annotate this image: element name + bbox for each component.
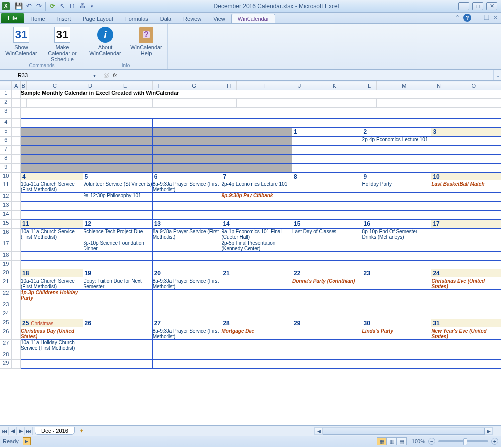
calendar-cell[interactable]: 29 xyxy=(292,319,362,328)
cell[interactable] xyxy=(20,99,26,108)
calendar-cell[interactable]: 16 xyxy=(362,220,431,229)
calendar-cell[interactable] xyxy=(362,261,431,269)
cell[interactable] xyxy=(12,99,21,108)
row-header[interactable]: 24 xyxy=(0,310,12,319)
refresh-icon[interactable]: ⟳ xyxy=(48,2,57,11)
cell[interactable] xyxy=(12,278,21,290)
calendar-cell[interactable] xyxy=(362,164,431,173)
calendar-cell[interactable] xyxy=(431,360,501,369)
name-box[interactable]: ▾ xyxy=(0,70,99,80)
minimize-button[interactable]: — xyxy=(458,2,469,10)
calendar-cell[interactable] xyxy=(221,146,292,155)
about-wincalendar-button[interactable]: i About WinCalendar xyxy=(88,27,123,56)
calendar-cell[interactable]: 18 xyxy=(20,269,83,278)
calendar-cell[interactable] xyxy=(431,164,501,173)
calendar-cell[interactable]: Last Day of Classes xyxy=(292,229,362,240)
sheet-tab-active[interactable]: Dec - 2016 xyxy=(35,427,75,435)
calendar-cell[interactable] xyxy=(83,137,152,146)
row-header[interactable]: 22 xyxy=(0,290,12,301)
calendar-cell[interactable] xyxy=(83,301,152,310)
calendar-cell[interactable]: 23 xyxy=(362,269,431,278)
calendar-cell[interactable] xyxy=(20,202,83,211)
tab-view[interactable]: View xyxy=(207,14,231,23)
row-header[interactable]: 28 xyxy=(0,351,12,360)
zoom-level[interactable]: 100% xyxy=(412,438,425,444)
calendar-cell[interactable]: 2p-4p Economics Lecture 101 xyxy=(362,137,431,146)
row-header[interactable]: 17 xyxy=(0,240,12,252)
cell[interactable] xyxy=(12,181,21,193)
calendar-cell[interactable]: 12 xyxy=(83,220,152,229)
calendar-cell[interactable] xyxy=(362,310,431,319)
calendar-cell[interactable] xyxy=(431,310,501,319)
close-button[interactable]: ✕ xyxy=(486,2,497,10)
calendar-cell[interactable]: Donna's Party (Corinthian) xyxy=(292,278,362,290)
calendar-cell[interactable] xyxy=(83,252,152,261)
column-header[interactable]: M xyxy=(377,81,431,90)
calendar-cell[interactable] xyxy=(83,128,152,137)
cell[interactable] xyxy=(12,119,21,128)
column-header[interactable]: E xyxy=(98,81,152,90)
name-box-dropdown-icon[interactable]: ▾ xyxy=(93,73,96,78)
calendar-cell[interactable] xyxy=(20,164,83,173)
calendar-cell[interactable] xyxy=(152,146,221,155)
cell[interactable] xyxy=(12,202,21,211)
calendar-cell[interactable] xyxy=(431,301,501,310)
workbook-close-icon[interactable]: ✕ xyxy=(493,14,498,22)
calendar-cell[interactable] xyxy=(20,310,83,319)
calendar-cell[interactable] xyxy=(152,351,221,360)
day-header[interactable]: Sunday xyxy=(20,119,83,128)
cursor-icon[interactable]: ↖ xyxy=(58,2,67,11)
calendar-cell[interactable]: 8a-9:30a Prayer Service (First Methodist… xyxy=(152,328,221,340)
cell[interactable] xyxy=(12,252,21,261)
calendar-cell[interactable] xyxy=(292,137,362,146)
calendar-cell[interactable] xyxy=(221,202,292,211)
sheet-heading[interactable]: Sample Monthly Calendar in Excel Created… xyxy=(20,90,501,99)
horizontal-scrollbar[interactable]: ◀ ▶ xyxy=(314,427,493,435)
calendar-cell[interactable]: 17 xyxy=(431,220,501,229)
calendar-cell[interactable] xyxy=(83,340,152,351)
calendar-cell[interactable] xyxy=(152,202,221,211)
calendar-cell[interactable]: Christmas Eve (United States) xyxy=(431,278,501,290)
row-header[interactable]: 8 xyxy=(0,155,12,164)
row-header[interactable]: 6 xyxy=(0,137,12,146)
calendar-cell[interactable]: Christmas Day (United States) xyxy=(20,328,83,340)
calendar-cell[interactable]: 8a-9:30a Prayer Service (First Methodist… xyxy=(152,181,221,193)
calendar-cell[interactable] xyxy=(362,360,431,369)
file-tab[interactable]: File xyxy=(1,13,24,23)
calendar-cell[interactable]: Copy: Tuition Due for Next Semester xyxy=(83,278,152,290)
cell[interactable] xyxy=(12,340,21,351)
wincalendar-help-button[interactable]: WinCalendar Help xyxy=(129,27,164,56)
cell[interactable] xyxy=(12,220,21,229)
calendar-cell[interactable] xyxy=(152,155,221,164)
calendar-cell[interactable] xyxy=(83,290,152,301)
calendar-cell[interactable]: 10a-11a Holiday Church Service (First Me… xyxy=(20,340,83,351)
cell[interactable] xyxy=(12,360,21,369)
cell[interactable] xyxy=(12,128,21,137)
calendar-cell[interactable] xyxy=(152,340,221,351)
calendar-cell[interactable] xyxy=(431,202,501,211)
calendar-cell[interactable] xyxy=(292,193,362,202)
calendar-cell[interactable] xyxy=(152,240,221,252)
cell[interactable] xyxy=(12,261,21,269)
calendar-cell[interactable] xyxy=(362,278,431,290)
calendar-cell[interactable]: 4 xyxy=(20,173,83,181)
calendar-cell[interactable] xyxy=(362,146,431,155)
calendar-cell[interactable] xyxy=(152,301,221,310)
row-header[interactable]: 26 xyxy=(0,328,12,340)
calendar-cell[interactable] xyxy=(292,328,362,340)
cell[interactable] xyxy=(12,173,21,181)
calendar-cell[interactable]: 10a-11a Church Service (First Methodist) xyxy=(20,181,83,193)
calendar-cell[interactable] xyxy=(292,340,362,351)
scroll-thumb[interactable] xyxy=(323,428,485,435)
help-icon[interactable]: ? xyxy=(463,14,471,22)
cell[interactable] xyxy=(12,240,21,252)
insert-sheet-icon[interactable]: ✦ xyxy=(77,427,86,435)
calendar-cell[interactable] xyxy=(221,137,292,146)
calendar-cell[interactable] xyxy=(362,240,431,252)
cell[interactable] xyxy=(12,164,21,173)
calendar-cell[interactable] xyxy=(292,211,362,220)
calendar-cell[interactable] xyxy=(20,261,83,269)
calendar-cell[interactable] xyxy=(292,240,362,252)
undo-icon[interactable]: ↶ xyxy=(24,2,33,11)
cell[interactable] xyxy=(377,99,431,108)
